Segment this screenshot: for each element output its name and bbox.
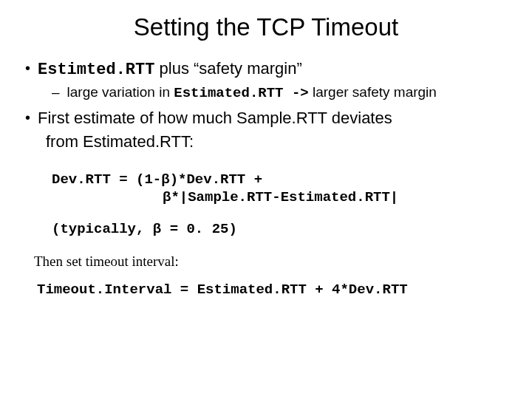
typically-post: = 0. 25) [161, 221, 237, 237]
subbullet-1: – large variation in Estimated.RTT -> la… [52, 84, 508, 101]
formula-l1a: Dev.RTT = (1- [52, 171, 161, 188]
sub1-pre: large variation in [67, 84, 174, 100]
dash-icon: – [52, 84, 60, 100]
timeout-formula: Timeout.Interval = Estimated.RTT + 4*Dev… [37, 282, 508, 298]
bullet-1-rest: plus “safety margin” [154, 59, 301, 78]
beta-symbol: β [161, 171, 169, 188]
code-estimatedrtt-arrow: Estimated.RTT -> [174, 85, 308, 101]
typically-pre: (typically, [52, 221, 153, 237]
bullet-2-line2: from Estimated.RTT: [46, 132, 508, 151]
bullet-dot-icon: • [25, 109, 30, 126]
formula-l2a: *|Sample.RTT-Estimated.RTT| [171, 189, 398, 205]
bullet-dot-icon: • [25, 59, 30, 77]
formula-line-1: Dev.RTT = (1-β)*Dev.RTT + [52, 171, 508, 188]
slide-title: Setting the TCP Timeout [24, 13, 508, 41]
bullet-2: • First estimate of how much Sample.RTT … [24, 109, 508, 128]
devrtt-formula: Dev.RTT = (1-β)*Dev.RTT + β*|Sample.RTT-… [52, 171, 508, 206]
beta-symbol: β [163, 189, 171, 205]
typically-note: (typically, β = 0. 25) [52, 221, 508, 237]
sub1-post: larger safety margin [309, 84, 437, 100]
then-set-text: Then set timeout interval: [34, 253, 508, 270]
code-estimtedrtt: Estimted.RTT [38, 61, 154, 79]
subbullet-1-text: large variation in Estimated.RTT -> larg… [67, 84, 437, 101]
beta-symbol: β [153, 221, 161, 237]
formula-line-2: β*|Sample.RTT-Estimated.RTT| [163, 188, 508, 206]
bullet-1-text: Estimted.RTT plus “safety margin” [38, 59, 302, 80]
formula-l1b: )*Dev.RTT + [170, 171, 262, 188]
bullet-2-line1: First estimate of how much Sample.RTT de… [38, 109, 392, 128]
bullet-1: • Estimted.RTT plus “safety margin” [24, 59, 508, 80]
